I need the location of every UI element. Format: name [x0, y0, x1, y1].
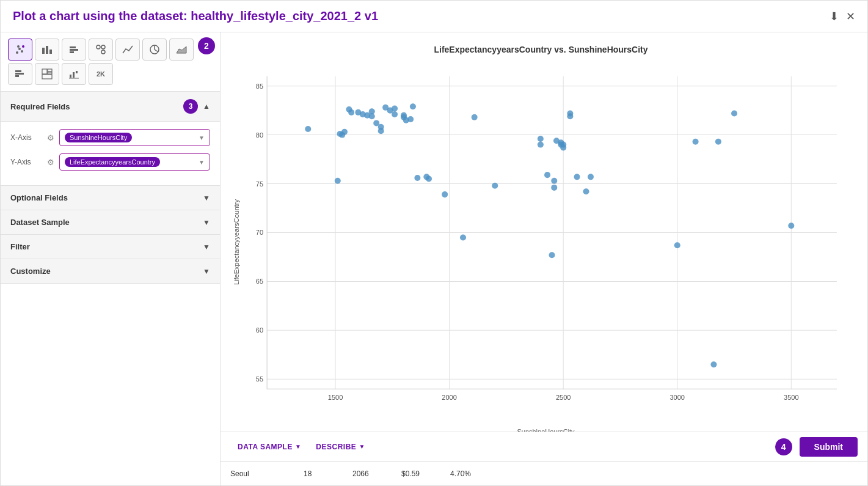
- table-row: Seoul 18 2066 $0.59 4.70%: [221, 461, 867, 485]
- svg-rect-22: [48, 72, 52, 74]
- chart-type-treemap[interactable]: [35, 63, 59, 85]
- svg-point-77: [407, 116, 414, 122]
- svg-point-69: [378, 128, 384, 134]
- chart-type-bar[interactable]: [35, 39, 59, 61]
- y-axis-select[interactable]: LifeExpectancyyearsCountry ▼: [59, 153, 210, 171]
- step-badge-2: 2: [198, 37, 215, 54]
- svg-rect-18: [15, 73, 24, 75]
- svg-point-91: [551, 185, 557, 191]
- submit-button[interactable]: Submit: [800, 437, 858, 457]
- chart-title: LifeExpectancyyearsCountry vs. SunshineH…: [233, 45, 849, 54]
- dataset-sample-header[interactable]: Dataset Sample ▼: [1, 210, 220, 235]
- left-panel: 2K 2 Required Fields 3 ▲ X-Axis: [1, 32, 221, 485]
- header-icons: ⬇ ✕: [830, 10, 855, 23]
- svg-point-59: [341, 129, 348, 135]
- x-axis-gear-icon[interactable]: ⚙: [47, 133, 54, 142]
- svg-rect-7: [49, 50, 52, 54]
- required-fields-header[interactable]: Required Fields 3 ▲: [1, 92, 220, 122]
- chart-type-waterfall[interactable]: [62, 63, 86, 85]
- svg-point-12: [101, 50, 105, 54]
- x-axis-value: SunshineHoursCity: [65, 133, 132, 142]
- svg-point-13: [101, 45, 105, 49]
- x-axis-dropdown-icon: ▼: [199, 134, 205, 141]
- svg-point-4: [17, 45, 20, 48]
- svg-text:75: 75: [256, 180, 263, 188]
- chart-area: LifeExpectancyyearsCountry vs. SunshineH…: [221, 32, 867, 432]
- chart-type-line[interactable]: [115, 39, 140, 61]
- y-axis-gear-icon[interactable]: ⚙: [47, 158, 54, 167]
- describe-tab[interactable]: DESCRIBE ▼: [308, 443, 372, 451]
- svg-text:60: 60: [256, 326, 263, 334]
- chart-type-area[interactable]: [169, 39, 194, 61]
- scatter-plot-svg: 1500200025003000350055606570758085: [243, 61, 849, 423]
- download-icon[interactable]: ⬇: [830, 10, 839, 23]
- x-axis-select[interactable]: SunshineHoursCity ▼: [59, 129, 210, 146]
- svg-text:1500: 1500: [328, 394, 343, 401]
- svg-rect-24: [70, 75, 71, 78]
- modal-title: Plot a chart using the dataset: healthy_…: [13, 9, 378, 23]
- bottom-bar: DATA SAMPLE ▼ DESCRIBE ▼ 4 Submit: [221, 432, 867, 461]
- svg-point-0: [16, 51, 18, 54]
- optional-fields-title: Optional Fields: [10, 193, 68, 202]
- svg-point-98: [567, 113, 573, 119]
- customize-header[interactable]: Customize ▼: [1, 259, 220, 284]
- svg-point-82: [442, 191, 448, 197]
- filter-header[interactable]: Filter ▼: [1, 235, 220, 259]
- svg-text:70: 70: [256, 229, 263, 236]
- svg-point-104: [715, 139, 721, 145]
- svg-point-72: [392, 105, 398, 111]
- svg-rect-25: [73, 72, 75, 78]
- svg-rect-9: [70, 49, 78, 51]
- svg-point-81: [426, 176, 432, 182]
- x-axis-label: X-Axis: [10, 133, 42, 142]
- svg-point-73: [392, 111, 398, 117]
- svg-point-78: [410, 103, 416, 109]
- chart-type-2k[interactable]: 2K: [89, 63, 113, 85]
- customize-chevron: ▼: [203, 267, 210, 276]
- svg-point-89: [549, 252, 555, 258]
- chart-type-scatter[interactable]: [8, 39, 32, 61]
- chart-inner: 1500200025003000350055606570758085 Sunsh…: [243, 61, 849, 423]
- close-icon[interactable]: ✕: [846, 10, 855, 23]
- svg-point-84: [472, 114, 478, 120]
- svg-rect-10: [70, 51, 74, 53]
- table-cell-col5: 4.70%: [450, 469, 499, 478]
- right-panel: LifeExpectancyyearsCountry vs. SunshineH…: [221, 32, 867, 485]
- chart-wrapper: LifeExpectancyyearsCountry 1500200025003…: [233, 61, 849, 423]
- optional-fields-header[interactable]: Optional Fields ▼: [1, 186, 220, 210]
- chart-type-hbar[interactable]: [8, 63, 32, 85]
- svg-point-106: [788, 223, 794, 229]
- y-axis-value: LifeExpectancyyearsCountry: [65, 157, 160, 167]
- svg-text:2500: 2500: [556, 394, 571, 401]
- svg-point-86: [538, 136, 544, 142]
- table-cell-city: Seoul: [230, 469, 304, 478]
- chart-type-column[interactable]: [62, 39, 86, 61]
- dataset-sample-chevron: ▼: [203, 218, 210, 227]
- filter-chevron: ▼: [203, 243, 210, 251]
- svg-point-1: [18, 48, 21, 50]
- chart-type-pie[interactable]: [142, 39, 167, 61]
- svg-point-99: [574, 174, 580, 180]
- svg-rect-19: [15, 75, 19, 77]
- step-badge-3: 3: [183, 99, 198, 114]
- describe-chevron: ▼: [359, 443, 365, 450]
- svg-point-102: [674, 242, 680, 248]
- chart-type-dot[interactable]: [89, 39, 113, 61]
- svg-rect-8: [70, 46, 76, 48]
- svg-text:2000: 2000: [442, 394, 457, 401]
- bottom-right: 4 Submit: [775, 437, 858, 457]
- table-cell-col2: 18: [304, 469, 352, 478]
- svg-rect-6: [46, 46, 48, 54]
- required-fields-body: X-Axis ⚙ SunshineHoursCity ▼ Y-Axis ⚙ Li…: [1, 122, 220, 186]
- svg-point-55: [305, 126, 311, 132]
- optional-fields-chevron: ▼: [203, 194, 210, 202]
- svg-rect-21: [48, 69, 52, 72]
- svg-point-56: [335, 178, 341, 184]
- svg-point-11: [97, 45, 100, 49]
- svg-point-79: [414, 175, 420, 181]
- svg-point-96: [560, 142, 566, 148]
- data-sample-tab[interactable]: DATA SAMPLE ▼: [230, 443, 308, 451]
- svg-point-3: [21, 50, 23, 53]
- svg-text:55: 55: [256, 375, 263, 383]
- x-axis-chart-label: SunshineHoursCity: [243, 428, 849, 432]
